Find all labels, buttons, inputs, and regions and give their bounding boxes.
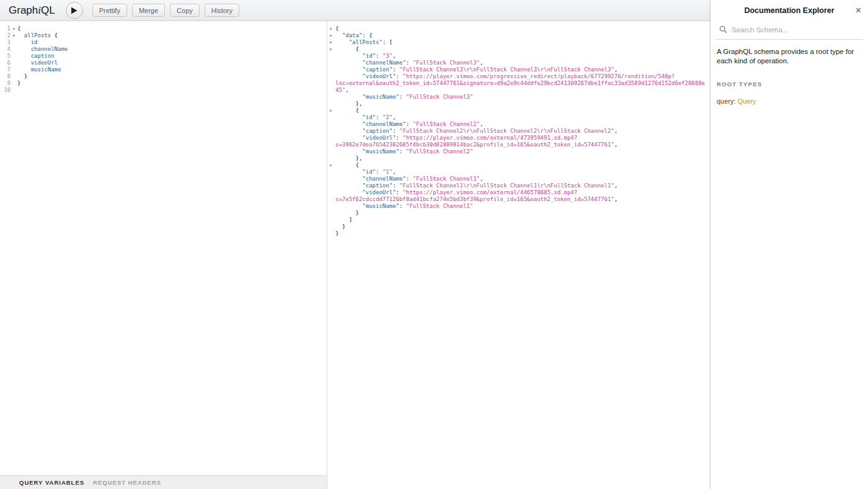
query-variables-tab[interactable]: QUERY VARIABLES (19, 479, 84, 486)
code-line: "id": "2", (327, 114, 706, 121)
code-text: } (335, 210, 706, 217)
code-line: }, (327, 155, 706, 162)
code-line: 2▾ allPosts { (0, 32, 327, 39)
code-line: "id": "1", (327, 169, 706, 176)
query-editor-pane: 1▾{2▾ allPosts {3 id4 channelName5 capti… (0, 21, 327, 489)
code-text: "allPosts": [ (335, 39, 706, 46)
fold-toggle-icon[interactable]: ▾ (327, 162, 335, 169)
code-line: "musicName": "FullStack Channel1" (327, 203, 706, 210)
query-keyword: query (717, 97, 734, 105)
code-line: "caption": "FullStack Channel2\r\nFullSt… (327, 128, 706, 135)
code-line: "musicName": "FullStack Channel2" (327, 148, 706, 155)
line-number: 1 (0, 25, 11, 32)
line-number: 2 (0, 32, 11, 39)
code-line: 4 channelName (0, 46, 327, 53)
docs-title: Documentation Explorer (744, 6, 834, 15)
fold-toggle-icon[interactable]: ▾ (11, 25, 17, 32)
code-line: "videoUrl": "https://player.vimeo.com/ex… (327, 189, 706, 203)
root-types-label: ROOT TYPES (711, 66, 868, 87)
code-line: ▾{ (327, 25, 706, 32)
code-text: { (335, 107, 706, 114)
request-headers-tab[interactable]: REQUEST HEADERS (93, 479, 161, 486)
code-line: } (327, 223, 706, 230)
code-line: }, (327, 101, 706, 107)
code-line: } (327, 230, 706, 237)
code-line: "channelName": "FullStack Channel3", (327, 60, 706, 66)
line-number: 4 (0, 46, 11, 53)
code-text: "caption": "FullStack Channel2\r\nFullSt… (335, 128, 706, 135)
fold-toggle-icon[interactable]: ▾ (327, 32, 335, 39)
toolbar: Prettify Merge Copy History (92, 4, 239, 17)
query-editor[interactable]: 1▾{2▾ allPosts {3 id4 channelName5 capti… (0, 21, 327, 475)
code-text: } (17, 73, 327, 80)
code-text: } (335, 230, 706, 237)
fold-toggle-icon[interactable]: ▾ (327, 107, 335, 114)
code-line: "id": "3", (327, 53, 706, 60)
code-line: 6 videoUrl (0, 60, 327, 66)
code-text: "musicName": "FullStack Channel2" (335, 148, 706, 155)
code-text: allPosts { (17, 32, 327, 39)
merge-button[interactable]: Merge (132, 4, 165, 17)
content-row: 1▾{2▾ allPosts {3 id4 channelName5 capti… (0, 21, 710, 489)
code-text: }, (335, 155, 706, 162)
code-text: { (17, 25, 327, 32)
code-line: ▾ "data": { (327, 32, 706, 39)
main-column: GraphiQL Prettify Merge Copy History 1▾{… (0, 0, 710, 489)
code-line: } (327, 210, 706, 217)
fold-toggle-icon[interactable]: ▾ (327, 25, 335, 32)
query-type-link[interactable]: Query (738, 97, 756, 105)
copy-button[interactable]: Copy (170, 4, 200, 17)
code-text: "channelName": "FullStack Channel2", (335, 121, 706, 128)
schema-intro-text: A GraphQL schema provides a root type fo… (711, 40, 868, 66)
code-text: "id": "3", (335, 53, 706, 60)
result-viewer: ▾{▾ "data": {▾ "allPosts": [▾ { "id": "3… (327, 21, 710, 489)
code-text: "id": "2", (335, 114, 706, 121)
line-number: 7 (0, 66, 11, 73)
code-line: 3 id (0, 39, 327, 46)
fold-toggle-icon[interactable]: ▾ (327, 46, 335, 53)
code-text: videoUrl (17, 60, 327, 66)
code-text: musicName (17, 66, 327, 73)
history-button[interactable]: History (205, 4, 239, 17)
code-text: "musicName": "FullStack Channel1" (335, 203, 706, 210)
search-schema-input[interactable] (732, 26, 859, 34)
code-line: "caption": "FullStack Channel3\r\nFullSt… (327, 66, 706, 73)
code-line: ] (327, 217, 706, 223)
code-text: id (17, 39, 327, 46)
code-line: "caption": "FullStack Channel1\r\nFullSt… (327, 182, 706, 189)
line-number: 6 (0, 60, 11, 66)
prettify-button[interactable]: Prettify (92, 4, 127, 17)
code-line: "channelName": "FullStack Channel2", (327, 121, 706, 128)
play-icon (71, 7, 78, 14)
code-text: "videoUrl": "https://player.vimeo.com/pr… (335, 73, 706, 94)
documentation-explorer: Documentation Explorer × A GraphQL schem… (710, 0, 868, 489)
code-text: "videoUrl": "https://player.vimeo.com/ex… (335, 189, 706, 203)
code-line: 5 caption (0, 53, 327, 60)
code-text: { (335, 25, 706, 32)
fold-toggle-icon[interactable]: ▾ (327, 39, 335, 46)
line-number: 9 (0, 80, 11, 87)
close-icon[interactable]: × (856, 6, 861, 16)
code-line: 1▾{ (0, 25, 327, 32)
code-text: "musicName": "FullStack Channel3" (335, 94, 706, 101)
fold-toggle-icon[interactable]: ▾ (11, 32, 17, 39)
code-text: channelName (17, 46, 327, 53)
execute-button[interactable] (66, 2, 83, 19)
code-line: ▾ { (327, 107, 706, 114)
code-line: "channelName": "FullStack Channel1", (327, 176, 706, 182)
docs-title-bar: Documentation Explorer × (711, 0, 868, 21)
root-query-row: query: Query (711, 87, 868, 105)
result-code: ▾{▾ "data": {▾ "allPosts": [▾ { "id": "3… (327, 25, 706, 237)
logo-text-graph: Graph (9, 4, 38, 16)
code-text: } (17, 80, 327, 87)
line-number: 5 (0, 53, 11, 60)
code-line: 9} (0, 80, 327, 87)
code-text: ] (335, 217, 706, 223)
topbar: GraphiQL Prettify Merge Copy History (0, 0, 710, 21)
code-line: 8 } (0, 73, 327, 80)
code-text: "caption": "FullStack Channel3\r\nFullSt… (335, 66, 706, 73)
code-line: 7 musicName (0, 66, 327, 73)
code-text: } (335, 223, 706, 230)
code-text: "videoUrl": "https://player.vimeo.com/ex… (335, 135, 706, 148)
logo-text-ql: QL (41, 4, 55, 16)
